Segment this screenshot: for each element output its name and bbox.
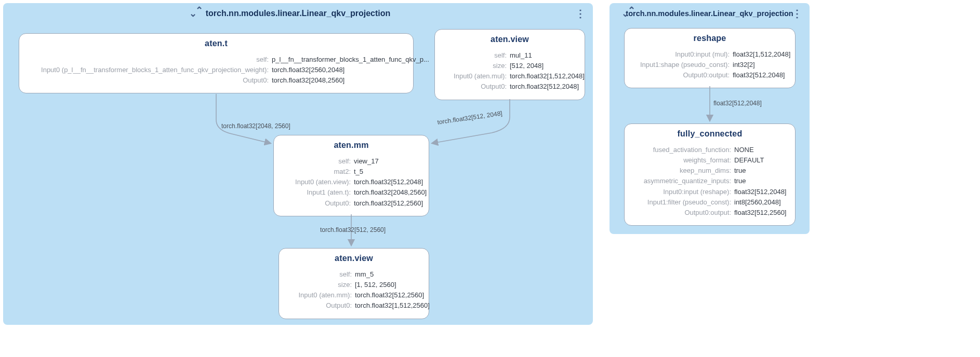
node-aten-mm[interactable]: aten.mm self:view_17 mat2:t_5 Input0 (at… [273,135,429,216]
node-row: Input1:shape (pseudo_const):int32[2] [633,60,787,70]
kebab-icon[interactable]: ⋮ [575,8,586,19]
node-title: aten.mm [282,141,420,150]
edge-label-t-to-mm: torch.float32[2048, 2560] [221,122,290,130]
node-row: Input0 (aten.view):torch.float32[512,204… [282,177,420,187]
right-panel: ⌄⌃ torch.nn.modules.linear.Linear_qkv_pr… [610,3,810,234]
node-aten-t[interactable]: aten.t self:p_l__fn__transformer_blocks_… [19,33,414,93]
node-reshape[interactable]: reshape Input0:input (mul):float32[1,512… [624,28,796,88]
left-panel-header: ⌄⌃ torch.nn.modules.linear.Linear_qkv_pr… [3,3,593,24]
right-panel-title: torch.nn.modules.linear.Linear_qkv_proje… [626,9,793,18]
node-row: asymmetric_quantize_inputs:true [633,176,787,186]
node-row: size:[512, 2048] [443,61,576,71]
node-row: Output0:output:float32[512,2048] [633,70,787,80]
left-panel: ⌄⌃ torch.nn.modules.linear.Linear_qkv_pr… [3,3,593,325]
node-row: Output0:torch.float32[2048,2560] [28,75,405,86]
kebab-icon[interactable]: ⋮ [792,8,802,19]
node-title: aten.view [287,254,420,263]
node-title: aten.t [28,39,405,48]
node-row: Input0 (aten.mul):torch.float32[1,512,20… [443,71,576,81]
node-row: fused_activation_function:NONE [633,145,787,155]
collapse-icon[interactable]: ⌄⌃ [621,9,634,18]
edge-label-reshape-to-fc: float32[512,2048] [713,100,762,107]
left-panel-title: torch.nn.modules.linear.Linear_qkv_proje… [206,9,391,18]
node-row: self:mm_5 [287,269,420,280]
node-row: Input0 (p_l__fn__transformer_blocks_1_at… [28,65,405,75]
node-row: Output0:torch.float32[512,2560] [282,198,420,209]
node-row: Input0 (aten.mm):torch.float32[512,2560] [287,290,420,300]
node-row: Input1 (aten.t):torch.float32[2048,2560] [282,187,420,198]
node-row: self:mul_11 [443,50,576,61]
node-row: size:[1, 512, 2560] [287,280,420,290]
edge-label-view-to-mm: torch.float32[512, 2048] [437,109,503,126]
node-row: Output0:torch.float32[512,2048] [443,81,576,92]
node-row: Output0:torch.float32[1,512,2560] [287,300,420,311]
right-panel-header: ⌄⌃ torch.nn.modules.linear.Linear_qkv_pr… [610,3,810,24]
node-row: Input0:input (mul):float32[1,512,2048] [633,49,787,60]
node-aten-view-top[interactable]: aten.view self:mul_11 size:[512, 2048] I… [434,29,585,100]
node-row: mat2:t_5 [282,167,420,177]
node-row: keep_num_dims:true [633,166,787,176]
node-row: Output0:output:float32[512,2560] [633,208,787,218]
node-title: reshape [633,34,787,43]
node-row: Input1:filter (pseudo_const):int8[2560,2… [633,197,787,208]
node-row: self:view_17 [282,156,420,167]
node-title: fully_connected [633,129,787,139]
node-row: weights_format:DEFAULT [633,155,787,166]
edge-label-mm-to-view: torch.float32[512, 2560] [320,226,386,234]
node-row: Input0:input (reshape):float32[512,2048] [633,187,787,197]
node-title: aten.view [443,35,576,44]
node-fully-connected[interactable]: fully_connected fused_activation_functio… [624,123,796,226]
collapse-icon[interactable]: ⌄⌃ [189,9,202,18]
node-aten-view-bottom[interactable]: aten.view self:mm_5 size:[1, 512, 2560] … [279,248,429,319]
node-row: self:p_l__fn__transformer_blocks_1_atten… [28,54,405,65]
